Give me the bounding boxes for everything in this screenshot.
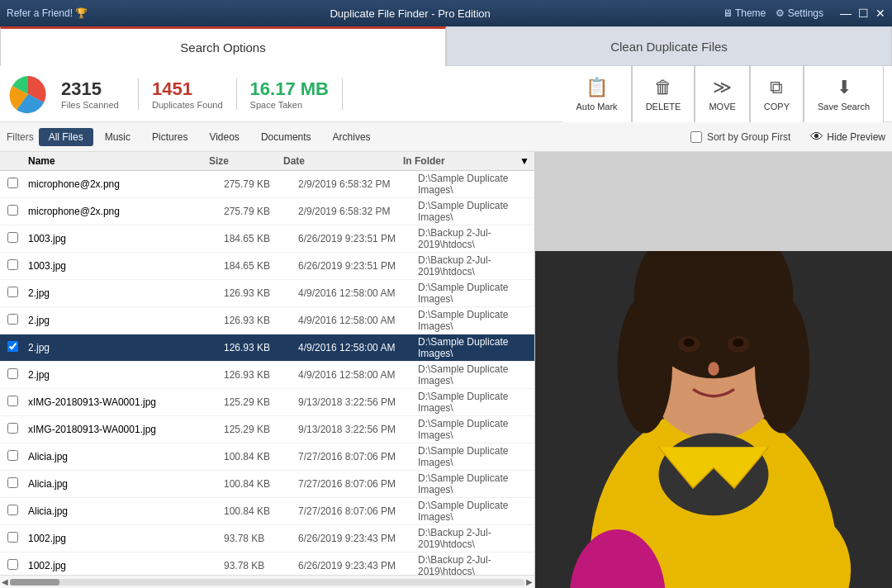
row-checkbox-cell xyxy=(0,559,25,572)
row-size: 126.93 KB xyxy=(221,287,295,299)
row-size: 93.78 KB xyxy=(221,560,295,571)
automark-icon: 📋 xyxy=(586,77,608,98)
row-checkbox[interactable] xyxy=(7,178,18,188)
table-row[interactable]: Alicia.jpg100.84 KB7/27/2016 8:07:06 PMD… xyxy=(0,443,534,471)
hscroll-track[interactable] xyxy=(10,579,524,586)
svg-point-8 xyxy=(755,296,809,433)
table-row[interactable]: Alicia.jpg100.84 KB7/27/2016 8:07:06 PMD… xyxy=(0,498,534,525)
row-checkbox[interactable] xyxy=(7,423,18,434)
tab-clean-duplicates[interactable]: Clean Duplicate Files xyxy=(446,26,892,66)
row-name: 2.jpg xyxy=(25,369,221,381)
table-row[interactable]: Alicia.jpg100.84 KB7/27/2016 8:07:06 PMD… xyxy=(0,471,534,498)
hide-preview-button[interactable]: 👁 Hide Preview xyxy=(810,130,885,145)
row-checkbox-cell xyxy=(0,477,25,491)
sort-by-group-checkbox[interactable] xyxy=(690,131,702,143)
row-checkbox[interactable] xyxy=(7,287,18,297)
row-checkbox[interactable] xyxy=(7,396,18,406)
row-date: 2/9/2019 6:58:32 PM xyxy=(295,206,415,217)
filter-documents[interactable]: Documents xyxy=(251,128,321,146)
table-row[interactable]: xIMG-20180913-WA0001.jpg125.29 KB9/13/20… xyxy=(0,389,534,416)
filter-music[interactable]: Music xyxy=(95,128,140,146)
sort-by-group-label: Sort by Group First xyxy=(707,131,790,143)
row-checkbox[interactable] xyxy=(7,450,18,461)
row-checkbox[interactable] xyxy=(7,477,18,488)
row-checkbox[interactable] xyxy=(7,232,18,243)
horizontal-scrollbar[interactable]: ◀ ▶ xyxy=(0,575,534,588)
tab-bar: Search Options Clean Duplicate Files xyxy=(0,26,892,66)
delete-button[interactable]: 🗑 DELETE xyxy=(633,66,695,122)
table-row[interactable]: 2.jpg126.93 KB4/9/2016 12:58:00 AMD:\Sam… xyxy=(0,334,534,362)
hscroll-left-arrow[interactable]: ◀ xyxy=(2,577,8,586)
row-checkbox-cell xyxy=(0,205,25,218)
maximize-button[interactable]: ☐ xyxy=(858,7,869,20)
row-name: 1002.jpg xyxy=(25,560,221,571)
save-search-button[interactable]: ⬇ Save Search xyxy=(804,66,884,122)
table-row[interactable]: 1002.jpg93.78 KB6/26/2019 9:23:43 PMD:\B… xyxy=(0,552,534,575)
move-button[interactable]: ≫ MOVE xyxy=(695,66,749,122)
svg-point-13 xyxy=(708,362,719,376)
header-size[interactable]: Size xyxy=(206,155,280,167)
svg-point-15 xyxy=(659,434,769,516)
filter-pictures[interactable]: Pictures xyxy=(142,128,197,146)
table-row[interactable]: 1003.jpg184.65 KB6/26/2019 9:23:51 PMD:\… xyxy=(0,225,534,253)
preview-image xyxy=(535,251,892,588)
row-folder: D:\Backup 2-Jul-2019\htdocs\ xyxy=(415,227,534,250)
table-row[interactable]: microphone@2x.png275.79 KB2/9/2019 6:58:… xyxy=(0,171,534,198)
row-checkbox[interactable] xyxy=(7,505,18,515)
filter-archives[interactable]: Archives xyxy=(323,128,381,146)
row-checkbox[interactable] xyxy=(7,205,18,216)
row-checkbox[interactable] xyxy=(7,314,18,325)
hide-preview-label: Hide Preview xyxy=(827,131,885,143)
header-date[interactable]: Date xyxy=(280,155,400,167)
table-row[interactable]: 2.jpg126.93 KB4/9/2016 12:58:00 AMD:\Sam… xyxy=(0,280,534,307)
row-folder: D:\Sample Duplicate Images\ xyxy=(415,445,534,468)
settings-button[interactable]: ⚙ Settings xyxy=(776,7,823,19)
hscroll-right-arrow[interactable]: ▶ xyxy=(526,577,533,586)
table-row[interactable]: xIMG-20180913-WA0001.jpg125.29 KB9/13/20… xyxy=(0,416,534,443)
header-folder[interactable]: In Folder xyxy=(400,155,520,167)
row-date: 6/26/2019 9:23:51 PM xyxy=(295,260,415,272)
table-row[interactable]: 1002.jpg93.78 KB6/26/2019 9:23:43 PMD:\B… xyxy=(0,525,534,552)
filter-all-files[interactable]: All Files xyxy=(39,128,93,146)
row-folder: D:\Sample Duplicate Images\ xyxy=(415,200,534,223)
close-button[interactable]: ✕ xyxy=(875,7,885,20)
row-folder: D:\Sample Duplicate Images\ xyxy=(415,418,534,441)
table-row[interactable]: 2.jpg126.93 KB4/9/2016 12:58:00 AMD:\Sam… xyxy=(0,362,534,389)
row-name: 2.jpg xyxy=(25,342,221,353)
row-size: 275.79 KB xyxy=(221,206,295,217)
row-checkbox[interactable] xyxy=(7,559,18,570)
table-row[interactable]: 2.jpg126.93 KB4/9/2016 12:58:00 AMD:\Sam… xyxy=(0,307,534,334)
file-list-body[interactable]: microphone@2x.png275.79 KB2/9/2019 6:58:… xyxy=(0,171,534,575)
toolbar-actions: 📋 Auto Mark 🗑 DELETE ≫ MOVE ⧉ COPY ⬇ Sav… xyxy=(562,66,884,122)
hscroll-thumb[interactable] xyxy=(10,579,59,586)
space-taken-stat: 16.17 MB Space Taken xyxy=(237,78,343,110)
table-row[interactable]: microphone@2x.png275.79 KB2/9/2019 6:58:… xyxy=(0,198,534,225)
header-scroll-space: ▼ xyxy=(520,155,534,167)
row-checkbox[interactable] xyxy=(7,368,18,379)
refer-friend-link[interactable]: Refer a Friend! 🏆 xyxy=(7,7,88,19)
tab-search-options[interactable]: Search Options xyxy=(0,26,446,66)
minimize-button[interactable]: — xyxy=(840,7,852,20)
row-size: 126.93 KB xyxy=(221,315,295,326)
automark-button[interactable]: 📋 Auto Mark xyxy=(562,66,631,122)
row-checkbox[interactable] xyxy=(7,341,18,352)
row-date: 7/27/2016 8:07:06 PM xyxy=(295,505,415,517)
svg-point-12 xyxy=(733,339,743,347)
row-size: 126.93 KB xyxy=(221,342,295,353)
table-row[interactable]: 1003.jpg184.65 KB6/26/2019 9:23:51 PMD:\… xyxy=(0,253,534,280)
filter-videos[interactable]: Videos xyxy=(199,128,249,146)
row-date: 7/27/2016 8:07:06 PM xyxy=(295,478,415,490)
svg-point-7 xyxy=(618,296,672,433)
stats-pie-chart xyxy=(8,74,48,114)
row-checkbox-cell xyxy=(0,505,25,518)
row-checkbox[interactable] xyxy=(7,259,18,270)
copy-button[interactable]: ⧉ COPY xyxy=(751,66,804,122)
row-checkbox-cell xyxy=(0,341,25,354)
files-scanned-stat: 2315 Files Scanned xyxy=(48,78,139,110)
row-size: 125.29 KB xyxy=(221,424,295,435)
row-checkbox-cell xyxy=(0,287,25,300)
row-checkbox[interactable] xyxy=(7,532,18,543)
row-folder: D:\Sample Duplicate Images\ xyxy=(415,282,534,305)
header-name[interactable]: Name xyxy=(25,155,206,167)
theme-button[interactable]: 🖥 Theme xyxy=(723,7,766,19)
